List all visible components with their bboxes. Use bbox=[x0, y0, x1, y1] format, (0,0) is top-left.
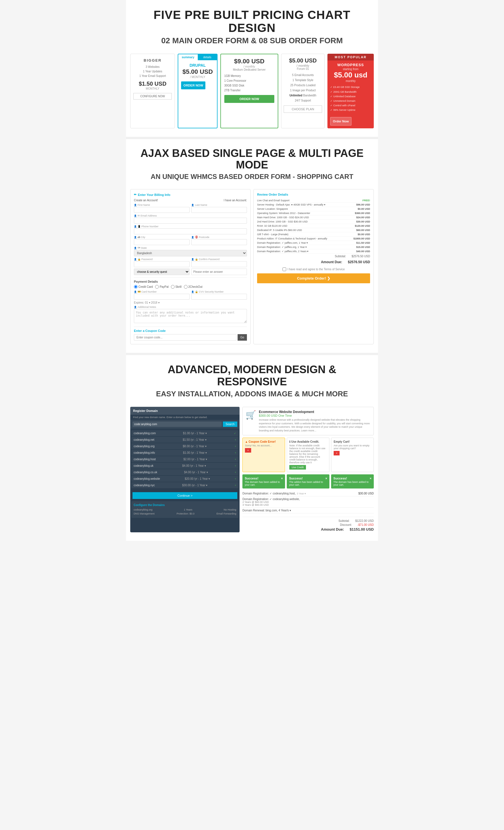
payment-section: Payment Details Credit Card PayPal Skril… bbox=[134, 277, 247, 324]
card2-tab-details[interactable]: details bbox=[198, 54, 217, 60]
empty-cart-btn[interactable]: × bbox=[334, 451, 340, 455]
empty-cart-title: Empty Cart! bbox=[334, 440, 371, 443]
first-name-input[interactable] bbox=[134, 207, 190, 213]
payment-title: Payment Details bbox=[134, 280, 247, 283]
pricing-card-forum: $5.00 USD / monthly Forum 01 5 Email Acc… bbox=[281, 54, 325, 128]
cvv-input[interactable] bbox=[191, 294, 247, 300]
postcode-input[interactable] bbox=[191, 239, 247, 245]
ecommerce-card: 🛒 Ecommerce Website Development $300.00 … bbox=[242, 407, 374, 435]
advanced-section: ADVANCED, MODERN DESIGN & RESPONSIVE EAS… bbox=[126, 353, 378, 404]
domain-item-host: codeanyblog.host $2.00 /yr - 1 Year ▾ + bbox=[131, 456, 238, 462]
card1-configure-btn[interactable]: CONFIGURE NOW bbox=[133, 93, 172, 99]
coupon-input[interactable] bbox=[134, 334, 236, 341]
have-account-label: I have an Account: bbox=[224, 199, 247, 202]
domain-search-input[interactable] bbox=[133, 421, 222, 427]
success-title-3: Success! × bbox=[333, 477, 371, 480]
ecommerce-info: Ecommerce Website Development $300.00 US… bbox=[259, 410, 371, 432]
card2-tab-summary[interactable]: summary bbox=[178, 54, 198, 60]
card3-order-btn[interactable]: ORDER NOW bbox=[224, 95, 274, 103]
card2-order-btn[interactable]: ORDER NOW bbox=[181, 82, 205, 89]
card1-name: BIGGER bbox=[133, 58, 172, 62]
billing-form: Enter Your Billing Info Create an Accoun… bbox=[130, 189, 250, 344]
demo-right-panel: 🛒 Ecommerce Website Development $300.00 … bbox=[242, 407, 374, 532]
order-total-row: Amount Due: $2576.50 USD bbox=[257, 259, 370, 265]
coupon-error-text: Sorry! No, no account... bbox=[245, 444, 282, 447]
card2-price: $5.00 USD bbox=[178, 68, 217, 75]
card4-price: $5.00 USD bbox=[283, 57, 322, 64]
alerts-row: ▲ Coupon Code Error! Sorry! No, no accou… bbox=[242, 438, 374, 472]
pricing-area: BIGGER 3 Websites 1 Year Updates 1 Year … bbox=[126, 51, 378, 136]
card2-period: / MONTHLY bbox=[178, 75, 217, 78]
coupon-apply-btn[interactable]: Go bbox=[238, 334, 247, 341]
coupon-error-btn[interactable]: × bbox=[245, 448, 251, 453]
paypal-option[interactable]: PayPal bbox=[155, 285, 169, 289]
last-name-input[interactable] bbox=[191, 207, 247, 213]
card1-features: 3 Websites 1 Year Updates 1 Year Email S… bbox=[133, 65, 172, 78]
expires-label: Expires: 01 ▾ 2018 ▾ bbox=[134, 301, 247, 304]
discount-label: Discount: bbox=[340, 523, 352, 526]
credit-text: Note: If the available credit balance is… bbox=[289, 444, 327, 464]
configure-item-2: DNS Management Protection: $0.0 Email Fo… bbox=[134, 512, 236, 516]
phone-input[interactable] bbox=[134, 228, 247, 234]
amount-due-value: $2576.50 USD bbox=[348, 260, 370, 264]
card3-desc: Medium Dedicated Server bbox=[224, 68, 274, 71]
card5-order-btn[interactable]: Order Now bbox=[330, 117, 351, 126]
card1-price: $1.50 USD bbox=[133, 81, 172, 87]
domain-search-bar: Search bbox=[130, 420, 240, 428]
2checkout-option[interactable]: 2CheckOut bbox=[184, 285, 203, 289]
pricing-card-bigger: BIGGER 3 Websites 1 Year Updates 1 Year … bbox=[130, 54, 175, 128]
card-number-input[interactable] bbox=[134, 294, 190, 300]
state-label: 🗺 State bbox=[134, 247, 247, 249]
ecommerce-icon: 🛒 bbox=[245, 410, 256, 432]
phone-label: 📱 Phone Number bbox=[134, 225, 247, 228]
confirm-password-input[interactable] bbox=[191, 261, 247, 267]
skrill-option[interactable]: Skrill bbox=[171, 285, 182, 289]
credit-card-option[interactable]: Credit Card bbox=[134, 285, 153, 289]
order-item-12: Domain Registration: ✓ yaffles.org, 1 Ye… bbox=[257, 245, 370, 249]
pricing-card-wordpress: MOST POPULAR WORDPRESS starting from $5.… bbox=[328, 54, 374, 128]
domain-find-text: Find your new domain name. Enter a domai… bbox=[130, 415, 240, 420]
credit-btn[interactable]: Use Credit bbox=[289, 465, 306, 470]
card5-price: $5.00 usd bbox=[328, 71, 374, 79]
create-account-label: Create an Account! bbox=[134, 199, 158, 202]
domain-header: Register Domain bbox=[130, 407, 240, 415]
subtotal-value: $2576.50 USD bbox=[351, 255, 370, 258]
card4-features: 5 Email Accounts 1 Template Style 25 Pro… bbox=[283, 73, 322, 103]
state-select[interactable]: Bangladesh bbox=[134, 250, 247, 256]
advanced-title: ADVANCED, MODERN DESIGN & RESPONSIVE bbox=[132, 363, 372, 388]
order-item-13: Domain Registration: ✓ yaffles.info, 2 Y… bbox=[257, 249, 370, 254]
order-item-8: Dedicated IP: 5 Usable IPs $60.00 USD $6… bbox=[257, 228, 370, 232]
domain-search-btn[interactable]: Search bbox=[223, 421, 238, 427]
agree-text: I have read and agree to the Terms of Se… bbox=[288, 268, 345, 271]
amount-due-label: Amount Due: bbox=[321, 260, 342, 264]
success-box-3: Success! × The domain has been added to … bbox=[331, 474, 374, 488]
complete-order-btn[interactable]: Complete Order! ❯ bbox=[257, 274, 370, 283]
first-name-label: First Name bbox=[134, 203, 190, 206]
configure-domains-section: Configure the Domains codeanyblog.org 1 … bbox=[131, 501, 238, 518]
subtotal-label: Subtotal: bbox=[335, 255, 346, 258]
ecommerce-price: $300.00 USD One Time bbox=[259, 414, 371, 417]
success-text-2: The addon has been added to your cart. bbox=[289, 481, 327, 486]
agree-checkbox[interactable] bbox=[282, 267, 286, 271]
coupon-section: Enter a Coupon Code Go bbox=[134, 326, 247, 341]
order-item-10: Product Addon: IT Consultation & Technic… bbox=[257, 236, 370, 241]
additional-notes-input[interactable]: You can enter any additional notes or in… bbox=[134, 309, 247, 323]
email-input[interactable] bbox=[134, 218, 247, 224]
domain-item-nyc: codeanyblog.nyc $30.00 /yr - 1 Year ▾ + bbox=[131, 482, 238, 488]
password-input[interactable] bbox=[134, 261, 190, 267]
domain-item-couk: codeanyblog.co.uk $4.00 /yr - 1 Year ▾ + bbox=[131, 469, 238, 475]
email-label: ✉ Email Address bbox=[134, 214, 247, 217]
configure-title: Configure the Domains bbox=[134, 504, 236, 507]
success-box-1: Success! × The domain has been added to … bbox=[242, 474, 285, 488]
security-question-select[interactable]: choose & security quest bbox=[134, 268, 190, 275]
city-input[interactable] bbox=[134, 239, 190, 245]
card4-choose-btn[interactable]: CHOOSE PLAN bbox=[283, 105, 322, 113]
domain-continue-btn[interactable]: Continue > bbox=[133, 492, 237, 499]
amount-due-row: Amount Due: $1151.00 USD bbox=[242, 527, 374, 532]
subtotal-row: Subtotal: $1222.00 USD bbox=[242, 519, 374, 522]
card3-period: / monthly bbox=[224, 65, 274, 68]
card-number-label: 💳 Card Number bbox=[134, 290, 190, 293]
cvv-label: 🔒 CVV Security Number bbox=[191, 290, 247, 293]
ecommerce-title: Ecommerce Website Development bbox=[259, 410, 371, 414]
security-answer-input[interactable] bbox=[191, 268, 247, 275]
